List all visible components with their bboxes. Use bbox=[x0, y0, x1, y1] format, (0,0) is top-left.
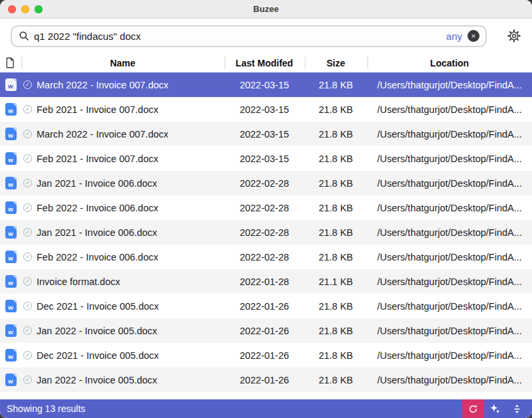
file-modified-date: 2022-01-26 bbox=[224, 350, 305, 361]
file-location: /Users/thatgurjot/Desktop/FindA... bbox=[367, 203, 532, 213]
file-location: /Users/thatgurjot/Desktop/FindA... bbox=[367, 178, 532, 189]
search-query-field[interactable] bbox=[34, 31, 446, 42]
window-title: Buzee bbox=[253, 4, 279, 14]
check-circle-icon: ✓ bbox=[23, 105, 32, 114]
file-size: 21.8 KB bbox=[305, 350, 367, 361]
table-row[interactable]: w ✓ Jan 2021 - Invoice 006.docx 2022-02-… bbox=[0, 220, 532, 245]
refresh-icon bbox=[468, 404, 478, 414]
file-name: Dec 2021 - Invoice 005.docx bbox=[37, 350, 159, 361]
table-row[interactable]: w ✓ Feb 2022 - Invoice 006.docx 2022-02-… bbox=[0, 195, 532, 220]
file-size: 21.8 KB bbox=[305, 326, 367, 336]
traffic-lights bbox=[8, 0, 43, 18]
file-size: 21.8 KB bbox=[305, 178, 367, 189]
file-name: March 2022 - Invoice 007.docx bbox=[37, 129, 168, 140]
file-name: Feb 2022 - Invoice 006.docx bbox=[37, 203, 158, 213]
word-file-icon: w bbox=[5, 226, 17, 239]
check-circle-icon: ✓ bbox=[23, 130, 32, 138]
check-circle-icon: ✓ bbox=[23, 154, 32, 163]
file-size: 21.8 KB bbox=[305, 129, 367, 140]
file-modified-date: 2022-01-26 bbox=[224, 326, 305, 336]
table-row[interactable]: w ✓ March 2022 - Invoice 007.docx 2022-0… bbox=[0, 72, 532, 97]
table-row[interactable]: w ✓ Invoice format.docx 2022-01-28 21.1 … bbox=[0, 269, 532, 294]
file-location: /Users/thatgurjot/Desktop/FindA... bbox=[367, 252, 532, 262]
titlebar: Buzee bbox=[0, 0, 532, 19]
file-name: Jan 2021 - Invoice 006.docx bbox=[37, 178, 157, 189]
table-row[interactable]: w ✓ Jan 2022 - Invoice 005.docx 2022-01-… bbox=[0, 318, 532, 343]
word-file-icon: w bbox=[5, 103, 17, 116]
word-file-icon: w bbox=[5, 349, 17, 362]
file-size: 21.1 KB bbox=[305, 276, 367, 287]
word-file-icon: w bbox=[5, 152, 17, 165]
file-size: 21.8 KB bbox=[305, 227, 367, 238]
sparkles-icon bbox=[489, 403, 501, 415]
scroll-fit-button[interactable] bbox=[506, 399, 528, 418]
table-row[interactable]: w ✓ Dec 2021 - Invoice 005.docx 2022-01-… bbox=[0, 294, 532, 318]
column-header-location[interactable]: Location bbox=[367, 53, 532, 72]
file-name: March 2022 - Invoice 007.docx bbox=[37, 80, 168, 90]
zoom-window-button[interactable] bbox=[35, 5, 43, 13]
check-circle-icon: ✓ bbox=[23, 277, 32, 286]
column-header-modified[interactable]: Last Modifed bbox=[224, 53, 305, 72]
table-row[interactable]: w ✓ Dec 2021 - Invoice 005.docx 2022-01-… bbox=[0, 343, 532, 367]
file-location: /Users/thatgurjot/Desktop/FindA... bbox=[367, 104, 532, 115]
file-location: /Users/thatgurjot/Desktop/FindA... bbox=[367, 129, 532, 140]
close-window-button[interactable] bbox=[8, 5, 16, 13]
file-modified-date: 2022-02-28 bbox=[224, 203, 305, 213]
word-file-icon: w bbox=[5, 128, 17, 140]
file-size: 21.8 KB bbox=[305, 154, 367, 164]
file-name: Dec 2021 - Invoice 005.docx bbox=[37, 301, 159, 312]
check-circle-icon: ✓ bbox=[23, 326, 32, 335]
refresh-button[interactable] bbox=[462, 399, 484, 418]
file-modified-date: 2022-03-15 bbox=[224, 80, 305, 90]
file-location: /Users/thatgurjot/Desktop/FindA... bbox=[367, 227, 532, 238]
check-circle-icon: ✓ bbox=[23, 203, 32, 212]
file-modified-date: 2022-01-26 bbox=[224, 301, 305, 312]
file-name: Feb 2021 - Invoice 007.docx bbox=[37, 154, 158, 164]
file-location: /Users/thatgurjot/Desktop/FindA... bbox=[367, 326, 532, 336]
settings-button[interactable] bbox=[507, 29, 521, 43]
column-header-size[interactable]: Size bbox=[305, 53, 367, 72]
file-modified-date: 2022-02-28 bbox=[224, 227, 305, 238]
document-icon bbox=[5, 57, 15, 68]
word-file-icon: w bbox=[5, 201, 17, 214]
minimize-window-button[interactable] bbox=[21, 5, 29, 13]
column-header-name[interactable]: Name bbox=[21, 53, 224, 72]
check-circle-icon: ✓ bbox=[23, 302, 32, 310]
vertical-arrows-icon bbox=[512, 404, 522, 414]
table-row[interactable]: w ✓ Jan 2021 - Invoice 006.docx 2022-02-… bbox=[0, 171, 532, 195]
gear-icon bbox=[507, 29, 521, 43]
file-location: /Users/thatgurjot/Desktop/FindA... bbox=[367, 350, 532, 361]
file-name: Jan 2021 - Invoice 006.docx bbox=[37, 227, 157, 238]
file-name: Jan 2022 - Invoice 005.docx bbox=[37, 375, 157, 385]
file-location: /Users/thatgurjot/Desktop/FindA... bbox=[367, 276, 532, 287]
table-row[interactable]: w ✓ Feb 2022 - Invoice 006.docx 2022-02-… bbox=[0, 245, 532, 269]
word-file-icon: w bbox=[5, 300, 17, 312]
word-file-icon: w bbox=[5, 373, 17, 386]
table-row[interactable]: w ✓ Feb 2021 - Invoice 007.docx 2022-03-… bbox=[0, 97, 532, 122]
status-bar: Showing 13 results bbox=[0, 399, 532, 418]
file-size: 21.8 KB bbox=[305, 301, 367, 312]
search-icon bbox=[19, 31, 29, 41]
file-name: Feb 2022 - Invoice 006.docx bbox=[37, 252, 158, 262]
file-modified-date: 2022-02-28 bbox=[224, 178, 305, 189]
file-name: Invoice format.docx bbox=[37, 276, 120, 287]
search-input[interactable]: any × bbox=[11, 25, 487, 47]
file-size: 21.8 KB bbox=[305, 203, 367, 213]
check-circle-icon: ✓ bbox=[23, 80, 32, 89]
file-name: Jan 2022 - Invoice 005.docx bbox=[37, 326, 157, 336]
table-row[interactable]: w ✓ Jan 2022 - Invoice 005.docx 2022-01-… bbox=[0, 367, 532, 392]
filter-scope-link[interactable]: any bbox=[446, 31, 462, 42]
word-file-icon: w bbox=[5, 324, 17, 337]
column-header-filetype[interactable] bbox=[0, 53, 21, 72]
check-circle-icon: ✓ bbox=[23, 179, 32, 187]
clear-search-icon[interactable]: × bbox=[467, 30, 479, 42]
statusbar-buttons bbox=[462, 399, 532, 418]
file-modified-date: 2022-01-26 bbox=[224, 375, 305, 385]
ai-search-button[interactable] bbox=[484, 399, 506, 418]
table-row[interactable]: w ✓ March 2022 - Invoice 007.docx 2022-0… bbox=[0, 122, 532, 146]
table-row[interactable]: w ✓ Feb 2021 - Invoice 007.docx 2022-03-… bbox=[0, 146, 532, 171]
word-file-icon: w bbox=[5, 177, 17, 189]
table-body: w ✓ March 2022 - Invoice 007.docx 2022-0… bbox=[0, 72, 532, 392]
file-location: /Users/thatgurjot/Desktop/FindA... bbox=[367, 375, 532, 385]
app-window: Buzee any × bbox=[0, 0, 532, 418]
